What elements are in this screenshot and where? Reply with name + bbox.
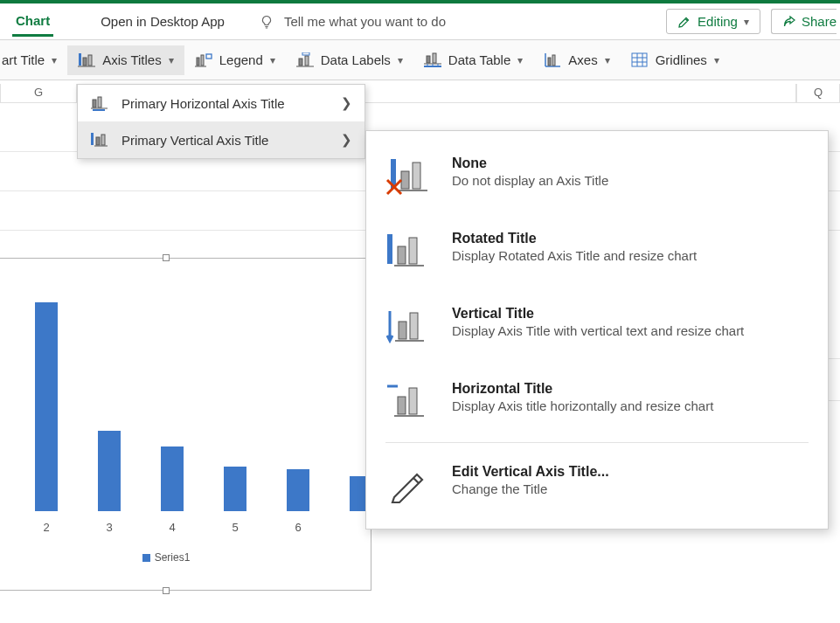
legend-series-label: Series1 <box>155 551 191 564</box>
pencil-icon <box>677 15 691 29</box>
svg-rect-10 <box>302 52 309 55</box>
chart-ribbon: art Title ▾ Axis Titles ▾ Legend ▾ Data … <box>0 40 840 80</box>
option-desc: Display Rotated Axis Title and resize ch… <box>452 248 697 263</box>
axes-button[interactable]: Axes ▾ <box>533 45 620 75</box>
svg-rect-38 <box>413 163 420 189</box>
svg-rect-48 <box>410 313 418 339</box>
axis-titles-label: Axis Titles <box>102 52 162 67</box>
chart-plot-area: 23456 <box>10 302 358 511</box>
option-title: Vertical Title <box>452 306 744 322</box>
chart-title-label: art Title <box>2 52 45 67</box>
option-none[interactable]: None Do not display an Axis Title <box>366 138 828 213</box>
svg-rect-6 <box>206 54 212 59</box>
x-axis-tick-label: 6 <box>295 521 301 534</box>
x-axis-tick-label: 5 <box>232 521 238 534</box>
option-rotated-title[interactable]: Rotated Title Display Rotated Axis Title… <box>366 213 828 288</box>
resize-handle-top[interactable] <box>163 254 170 261</box>
share-button[interactable]: Share <box>771 9 837 34</box>
x-axis-tick-label: 3 <box>106 521 112 534</box>
option-desc: Do not display an Axis Title <box>452 173 608 188</box>
svg-rect-0 <box>79 53 81 66</box>
tell-me-placeholder: Tell me what you want to do <box>284 14 446 29</box>
data-table-button[interactable]: Data Table ▾ <box>413 45 533 75</box>
option-title: None <box>452 156 608 171</box>
svg-rect-4 <box>197 58 199 66</box>
chart-bar <box>161 446 184 511</box>
horizontal-title-icon <box>385 381 433 421</box>
axes-icon <box>544 52 561 68</box>
chevron-down-icon: ▾ <box>744 16 749 28</box>
chevron-down-icon: ▾ <box>52 54 57 66</box>
svg-rect-21 <box>548 58 551 66</box>
tell-me-search[interactable]: Tell me what you want to do <box>260 14 446 29</box>
svg-rect-47 <box>399 322 406 339</box>
chevron-down-icon: ▾ <box>169 54 174 66</box>
chevron-down-icon: ▾ <box>517 54 523 66</box>
svg-rect-1 <box>83 58 87 66</box>
chart-bar <box>287 469 309 511</box>
option-vertical-title[interactable]: Vertical Title Display Axis Title with v… <box>366 288 828 363</box>
menu-label: Primary Horizontal Axis Title <box>121 96 285 111</box>
menu-separator <box>385 442 809 443</box>
col-header[interactable]: G <box>0 84 77 103</box>
legend-icon <box>195 52 212 68</box>
svg-rect-32 <box>91 133 94 145</box>
tab-chart[interactable]: Chart <box>12 6 53 37</box>
svg-rect-13 <box>433 53 436 63</box>
editing-mode-button[interactable]: Editing ▾ <box>666 9 760 34</box>
vertical-axis-title-submenu: None Do not display an Axis Title Rotate… <box>365 130 829 530</box>
gridlines-button[interactable]: Gridlines ▾ <box>621 45 730 75</box>
chart-bar <box>35 302 58 511</box>
chevron-right-icon: ❯ <box>341 95 352 111</box>
gridlines-icon <box>631 52 649 68</box>
axis-titles-icon <box>78 52 95 68</box>
chevron-down-icon: ▾ <box>714 54 719 66</box>
svg-rect-23 <box>632 53 647 66</box>
svg-rect-43 <box>398 246 406 264</box>
svg-rect-5 <box>201 55 204 66</box>
chart-legend: Series1 <box>0 551 371 564</box>
menu-primary-vertical-axis-title[interactable]: Primary Vertical Axis Title ❯ <box>78 121 364 158</box>
share-icon <box>782 15 796 29</box>
svg-rect-52 <box>409 388 417 414</box>
menu-label: Primary Vertical Axis Title <box>121 133 268 148</box>
data-labels-button[interactable]: Data Labels ▾ <box>286 45 413 75</box>
svg-rect-8 <box>299 59 302 66</box>
resize-handle-bottom[interactable] <box>163 587 170 594</box>
chevron-down-icon: ▾ <box>398 54 403 66</box>
none-icon <box>385 156 433 196</box>
legend-button[interactable]: Legend ▾ <box>184 45 286 75</box>
chart-title-button[interactable]: art Title ▾ <box>0 45 67 74</box>
menu-primary-horizontal-axis-title[interactable]: Primary Horizontal Axis Title ❯ <box>78 85 364 121</box>
legend-swatch <box>142 554 150 562</box>
data-labels-label: Data Labels <box>321 52 391 67</box>
axis-vertical-icon <box>90 132 109 148</box>
embedded-chart[interactable]: 23456 Series1 <box>0 258 371 591</box>
title-tab-bar: Chart Open in Desktop App Tell me what y… <box>0 3 840 40</box>
data-table-label: Data Table <box>448 52 510 67</box>
chevron-down-icon: ▾ <box>605 54 610 66</box>
svg-rect-42 <box>387 234 392 264</box>
axis-horizontal-icon <box>90 95 109 111</box>
col-header[interactable]: Q <box>796 84 840 103</box>
option-edit-vertical-axis-title[interactable]: Edit Vertical Axis Title... Change the T… <box>366 446 828 522</box>
pencil-icon <box>385 464 433 504</box>
x-axis-tick-label: 4 <box>169 521 175 534</box>
svg-rect-44 <box>409 238 417 264</box>
rotated-title-icon <box>385 231 433 271</box>
vertical-title-icon <box>385 306 433 346</box>
share-label: Share <box>802 14 837 29</box>
option-desc: Change the Title <box>452 481 609 496</box>
axis-titles-button[interactable]: Axis Titles ▾ <box>67 45 184 75</box>
open-in-desktop-link[interactable]: Open in Desktop App <box>101 14 225 29</box>
chart-bar <box>98 431 121 511</box>
legend-label: Legend <box>219 52 263 67</box>
option-horizontal-title[interactable]: Horizontal Title Display Axis title hori… <box>366 363 828 439</box>
chevron-down-icon: ▾ <box>270 54 275 66</box>
chevron-right-icon: ❯ <box>341 132 352 148</box>
svg-rect-2 <box>88 55 92 66</box>
svg-rect-33 <box>96 137 100 145</box>
editing-label: Editing <box>698 14 738 29</box>
svg-rect-29 <box>98 97 101 107</box>
option-title: Rotated Title <box>452 231 697 246</box>
